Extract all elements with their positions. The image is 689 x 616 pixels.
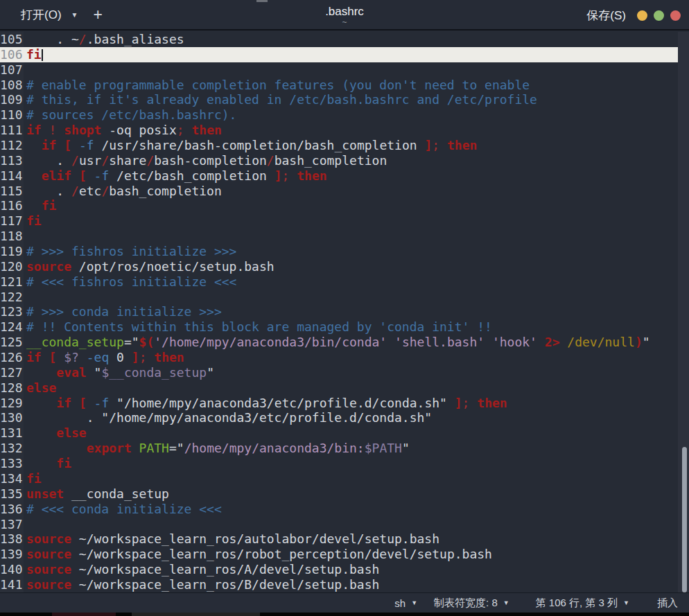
vertical-scrollbar[interactable] <box>678 32 689 592</box>
code-text: # <<< fishros initialize <<< <box>24 274 689 290</box>
language-mode-selector[interactable]: sh ▼ <box>386 593 426 613</box>
code-text: fi <box>24 198 689 213</box>
line-number: 134 <box>0 471 24 486</box>
bottom-edge <box>0 613 689 616</box>
line-number: 128 <box>0 380 24 396</box>
code-text: __conda_setup="$('/home/mpy/anaconda3/bi… <box>24 335 689 350</box>
code-line-116[interactable]: 116 fi <box>0 198 689 213</box>
code-line-137[interactable]: 137 <box>0 517 689 532</box>
tab-width-label: 制表符宽度: 8 <box>434 597 498 610</box>
code-line-114[interactable]: 114 elif [ -f /etc/bash_completion ]; th… <box>0 168 689 184</box>
code-line-118[interactable]: 118 <box>0 229 689 244</box>
code-line-121[interactable]: 121# <<< fishros initialize <<< <box>0 274 689 290</box>
close-button[interactable] <box>670 10 681 21</box>
open-button[interactable]: 打开(O) ▼ <box>21 7 78 23</box>
cursor-position-selector[interactable]: 第 106 行, 第 3 列 ▼ <box>527 593 638 613</box>
code-line-135[interactable]: 135unset __conda_setup <box>0 486 689 502</box>
code-text: source ~/workspace_learn_ros/robot_perce… <box>24 547 689 562</box>
code-line-117[interactable]: 117fi <box>0 213 689 229</box>
code-line-128[interactable]: 128else <box>0 380 689 396</box>
code-line-123[interactable]: 123# >>> conda initialize >>> <box>0 304 689 319</box>
code-line-112[interactable]: 112 if [ -f /usr/share/bash-completion/b… <box>0 138 689 153</box>
line-number: 127 <box>0 365 24 380</box>
save-button[interactable]: 保存(S) <box>586 8 626 24</box>
text-cursor <box>42 49 43 61</box>
code-line-138[interactable]: 138source ~/workspace_learn_ros/autolabo… <box>0 531 689 547</box>
line-number: 130 <box>0 410 24 425</box>
line-number: 123 <box>0 304 24 319</box>
line-number: 110 <box>0 107 24 123</box>
line-number: 138 <box>0 531 24 547</box>
code-text <box>24 62 689 78</box>
code-text: source ~/workspace_learn_ros/B/devel/set… <box>24 577 689 592</box>
code-text: # <<< conda initialize <<< <box>24 502 689 517</box>
line-number: 129 <box>0 396 24 411</box>
code-line-141[interactable]: 141source ~/workspace_learn_ros/B/devel/… <box>0 577 689 592</box>
scrollbar-thumb[interactable] <box>682 447 687 592</box>
cursor-position-label: 第 106 行, 第 3 列 <box>536 597 618 610</box>
line-number: 116 <box>0 198 24 213</box>
insert-mode-button[interactable]: 插入 <box>647 593 688 613</box>
line-number: 132 <box>0 441 24 456</box>
code-line-127[interactable]: 127 eval "$__conda_setup" <box>0 365 689 380</box>
code-text: if ! shopt -oq posix; then <box>24 123 689 138</box>
code-editor[interactable]: 105 . ~/.bash_aliases106fi107108# enable… <box>0 32 689 592</box>
code-line-126[interactable]: 126if [ $? -eq 0 ]; then <box>0 350 689 365</box>
bottom-edge-smudge <box>52 613 116 616</box>
code-text: # >>> fishros initialize >>> <box>24 244 689 259</box>
code-line-134[interactable]: 134fi <box>0 471 689 486</box>
code-line-131[interactable]: 131 else <box>0 425 689 441</box>
code-line-130[interactable]: 130 . "/home/mpy/anaconda3/etc/profile.d… <box>0 410 689 425</box>
language-mode-label: sh <box>394 597 405 609</box>
line-number: 125 <box>0 335 24 350</box>
new-tab-button[interactable]: + <box>93 8 102 21</box>
code-text: # >>> conda initialize >>> <box>24 304 689 319</box>
code-line-122[interactable]: 122 <box>0 290 689 305</box>
code-line-132[interactable]: 132 export PATH="/home/mpy/anaconda3/bin… <box>0 441 689 456</box>
code-line-107[interactable]: 107 <box>0 62 689 78</box>
line-number: 108 <box>0 78 24 93</box>
code-line-111[interactable]: 111if ! shopt -oq posix; then <box>0 123 689 138</box>
code-line-136[interactable]: 136# <<< conda initialize <<< <box>0 502 689 517</box>
code-text: fi <box>24 213 689 229</box>
code-line-140[interactable]: 140source ~/workspace_learn_ros/A/devel/… <box>0 562 689 577</box>
line-number: 126 <box>0 350 24 365</box>
tab-width-selector[interactable]: 制表符宽度: 8 ▼ <box>426 593 518 613</box>
minimize-button[interactable] <box>637 10 647 21</box>
line-number: 118 <box>0 229 24 244</box>
line-number: 121 <box>0 274 24 290</box>
code-line-129[interactable]: 129 if [ -f "/home/mpy/anaconda3/etc/pro… <box>0 396 689 411</box>
line-number: 139 <box>0 547 24 562</box>
code-text: . /usr/share/bash-completion/bash_comple… <box>24 153 689 168</box>
top-edge-artifact <box>256 0 268 2</box>
code-line-139[interactable]: 139source ~/workspace_learn_ros/robot_pe… <box>0 547 689 562</box>
code-line-119[interactable]: 119# >>> fishros initialize >>> <box>0 244 689 259</box>
code-text: if [ -f /usr/share/bash-completion/bash_… <box>24 138 689 153</box>
chevron-down-icon: ▼ <box>623 599 629 606</box>
line-number: 114 <box>0 168 24 184</box>
bottom-edge-smudge <box>132 613 260 616</box>
line-number: 105 <box>0 32 24 47</box>
line-number: 115 <box>0 184 24 199</box>
code-line-109[interactable]: 109# this, if it's already enabled in /e… <box>0 92 689 107</box>
line-number: 117 <box>0 213 24 229</box>
line-number: 131 <box>0 425 24 441</box>
status-bar: sh ▼ 制表符宽度: 8 ▼ 第 106 行, 第 3 列 ▼ 插入 <box>0 592 689 613</box>
code-text: elif [ -f /etc/bash_completion ]; then <box>24 168 689 184</box>
maximize-button[interactable] <box>654 10 664 21</box>
code-line-113[interactable]: 113 . /usr/share/bash-completion/bash_co… <box>0 153 689 168</box>
code-text: eval "$__conda_setup" <box>24 365 689 380</box>
code-line-125[interactable]: 125__conda_setup="$('/home/mpy/anaconda3… <box>0 335 689 350</box>
code-text: else <box>24 380 689 396</box>
code-line-110[interactable]: 110# sources /etc/bash.bashrc). <box>0 107 689 123</box>
code-line-105[interactable]: 105 . ~/.bash_aliases <box>0 32 689 47</box>
code-line-124[interactable]: 124# !! Contents within this block are m… <box>0 319 689 335</box>
code-line-115[interactable]: 115 . /etc/bash_completion <box>0 184 689 199</box>
code-line-120[interactable]: 120source /opt/ros/noetic/setup.bash <box>0 259 689 274</box>
line-number: 111 <box>0 123 24 138</box>
code-text: source ~/workspace_learn_ros/autolabor/d… <box>24 531 689 547</box>
code-line-106[interactable]: 106fi <box>0 47 689 62</box>
code-line-133[interactable]: 133 fi <box>0 456 689 471</box>
code-line-108[interactable]: 108# enable programmable completion feat… <box>0 78 689 93</box>
code-text: . /etc/bash_completion <box>24 184 689 199</box>
